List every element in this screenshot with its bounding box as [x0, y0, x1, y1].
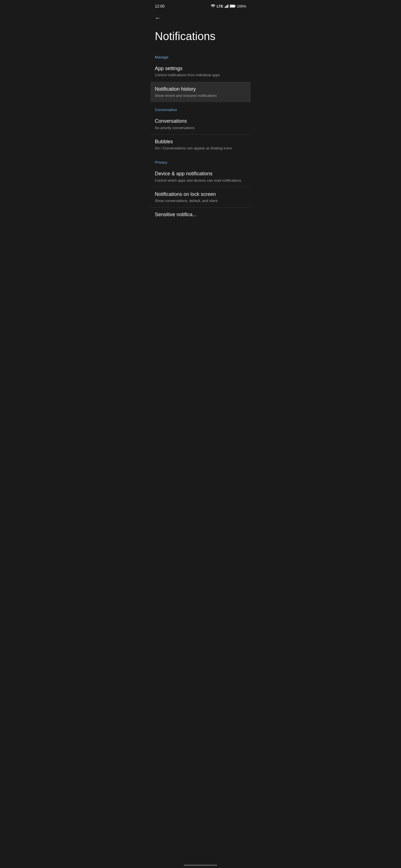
sensitive-notifications-title: Sensitive notifica...: [155, 211, 246, 218]
section-conversation: Conversation Conversations No priority c…: [150, 104, 251, 155]
device-app-notifications-subtitle: Control which apps and devices can read …: [155, 178, 246, 183]
conversations-title: Conversations: [155, 118, 246, 124]
svg-rect-6: [230, 5, 234, 7]
notification-history-subtitle: Show recent and snoozed notifications: [155, 93, 246, 98]
notification-history-item[interactable]: Notification history Show recent and sno…: [150, 82, 251, 102]
back-button[interactable]: ←: [150, 11, 251, 24]
bubbles-subtitle: On / Conversations can appear as floatin…: [155, 146, 246, 151]
app-settings-title: App settings: [155, 65, 246, 72]
spacer-2: [150, 155, 251, 157]
svg-rect-3: [228, 4, 228, 8]
section-header-conversation: Conversation: [150, 104, 251, 114]
notifications-lock-screen-title: Notifications on lock screen: [155, 191, 246, 197]
battery-label: 100%: [237, 4, 246, 8]
battery-icon: [230, 4, 236, 8]
page-title: Notifications: [150, 24, 251, 52]
notification-history-title: Notification history: [155, 86, 246, 92]
svg-rect-5: [235, 6, 236, 7]
app-settings-subtitle: Control notifications from individual ap…: [155, 72, 246, 78]
signal-icon: [225, 4, 229, 8]
svg-rect-0: [225, 7, 226, 8]
conversations-subtitle: No priority conversations: [155, 125, 246, 130]
device-app-notifications-title: Device & app notifications: [155, 170, 246, 177]
wifi-icon: [211, 4, 215, 8]
notifications-lock-screen-item[interactable]: Notifications on lock screen Show conver…: [150, 187, 251, 208]
back-arrow-icon: ←: [155, 14, 161, 22]
status-time: 12:00: [155, 4, 165, 8]
svg-rect-2: [227, 5, 228, 8]
section-manage: Manage App settings Control notification…: [150, 52, 251, 102]
sensitive-notifications-item[interactable]: Sensitive notifica...: [150, 208, 251, 223]
section-header-manage: Manage: [150, 52, 251, 61]
section-header-privacy: Privacy: [150, 157, 251, 167]
section-privacy: Privacy Device & app notifications Contr…: [150, 157, 251, 223]
status-bar: 12:00 LTE 100%: [150, 0, 251, 11]
status-icons: LTE 100%: [211, 4, 246, 8]
app-settings-item[interactable]: App settings Control notifications from …: [150, 61, 251, 82]
notifications-lock-screen-subtitle: Show conversations, default, and silent: [155, 198, 246, 204]
svg-rect-1: [226, 6, 226, 8]
lte-label: LTE: [217, 4, 223, 8]
conversations-item[interactable]: Conversations No priority conversations: [150, 114, 251, 134]
device-app-notifications-item[interactable]: Device & app notifications Control which…: [150, 167, 251, 187]
bubbles-title: Bubbles: [155, 138, 246, 145]
bubbles-item[interactable]: Bubbles On / Conversations can appear as…: [150, 135, 251, 155]
spacer-1: [150, 102, 251, 104]
